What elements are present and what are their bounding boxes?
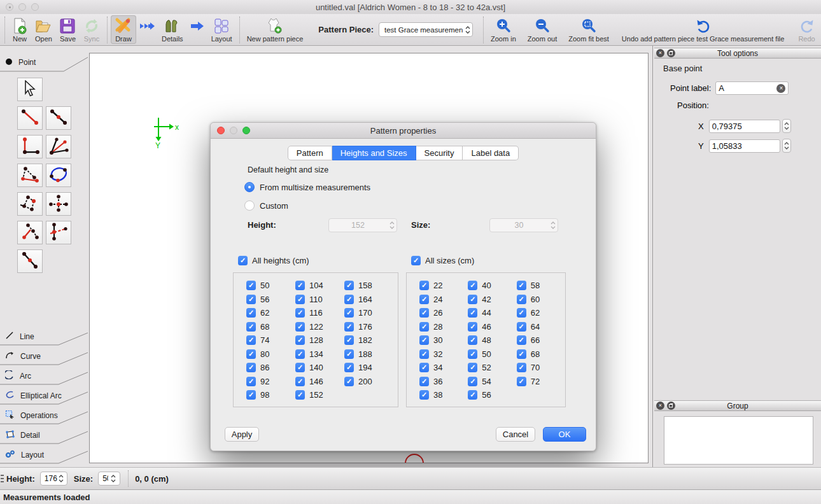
tool-endline-button[interactable] <box>17 106 43 130</box>
tab-pattern[interactable]: Pattern <box>288 146 332 160</box>
height-checkbox[interactable]: ✓ <box>344 363 354 372</box>
size-checkbox[interactable]: ✓ <box>517 363 526 372</box>
y-value-field[interactable]: 1,05833 <box>709 139 780 153</box>
size-checkbox[interactable]: ✓ <box>468 363 477 372</box>
size-checkbox[interactable]: ✓ <box>468 322 477 332</box>
zoom-fit-best-button[interactable]: Zoom fit best <box>565 15 613 44</box>
toolbox-section-point[interactable]: Point <box>0 53 88 73</box>
new-pattern-piece-button[interactable]: New pattern piece <box>243 15 307 44</box>
height-checkbox[interactable]: ✓ <box>246 363 256 372</box>
toolbox-section-curve[interactable]: Curve <box>0 347 88 367</box>
x-value-field[interactable]: 0,79375 <box>709 120 780 133</box>
tool-height-button[interactable] <box>17 221 43 244</box>
tool-midpoint-button[interactable] <box>17 249 43 273</box>
height-checkbox[interactable]: ✓ <box>246 295 256 304</box>
bottom-size-stepper[interactable]: 50 <box>98 472 120 486</box>
save-button[interactable]: Save <box>56 15 80 44</box>
tool-select-button[interactable] <box>17 78 43 101</box>
tab-label-data[interactable]: Label data <box>463 146 519 160</box>
tab-heights-and-sizes[interactable]: Heights and Sizes <box>332 146 416 160</box>
panel-float-icon[interactable] <box>667 402 675 410</box>
size-checkbox[interactable]: ✓ <box>517 322 526 332</box>
apply-button[interactable]: Apply <box>225 427 259 442</box>
size-checkbox[interactable]: ✓ <box>517 281 526 290</box>
dialog-minimize-button[interactable] <box>230 127 237 134</box>
tool-line-intersect-axis-button[interactable] <box>46 221 71 244</box>
height-select[interactable]: 152 <box>328 218 397 232</box>
panel-close-icon[interactable]: × <box>656 402 664 410</box>
size-checkbox[interactable]: ✓ <box>517 295 526 304</box>
size-checkbox[interactable]: ✓ <box>419 390 429 400</box>
size-checkbox[interactable]: ✓ <box>468 335 477 345</box>
size-select[interactable]: 30 <box>489 218 558 232</box>
group-list[interactable] <box>664 416 813 465</box>
size-checkbox[interactable]: ✓ <box>419 377 429 386</box>
point-label-field[interactable]: A × <box>715 81 789 95</box>
radio-from-multisize[interactable] <box>244 182 255 192</box>
tool-point-of-contact-button[interactable] <box>17 192 43 216</box>
size-checkbox[interactable]: ✓ <box>419 335 429 345</box>
size-checkbox[interactable]: ✓ <box>468 295 477 304</box>
height-checkbox[interactable]: ✓ <box>295 335 305 345</box>
dock-divider[interactable] <box>652 46 653 467</box>
size-checkbox[interactable]: ✓ <box>517 377 526 386</box>
size-checkbox[interactable]: ✓ <box>419 349 429 359</box>
tool-intersect-xy-button[interactable] <box>46 192 71 216</box>
height-checkbox[interactable]: ✓ <box>344 308 354 318</box>
dialog-titlebar[interactable]: Pattern properties <box>211 123 596 139</box>
tool-curve-intersect-button[interactable] <box>46 164 71 187</box>
open-button[interactable]: Open <box>31 15 56 44</box>
draw-mode-button[interactable]: Draw <box>111 15 136 44</box>
size-checkbox[interactable]: ✓ <box>468 281 477 290</box>
all-heights-checkbox[interactable]: ✓ <box>238 256 248 265</box>
height-checkbox[interactable]: ✓ <box>295 363 305 372</box>
x-stepper[interactable] <box>782 119 791 133</box>
cancel-button[interactable]: Cancel <box>496 427 535 442</box>
size-checkbox[interactable]: ✓ <box>468 377 477 386</box>
toolbox-section-line[interactable]: Line <box>0 328 88 347</box>
sync-button[interactable]: Sync <box>80 15 104 44</box>
height-checkbox[interactable]: ✓ <box>295 349 305 359</box>
size-checkbox[interactable]: ✓ <box>517 349 526 359</box>
size-checkbox[interactable]: ✓ <box>419 363 429 372</box>
height-checkbox[interactable]: ✓ <box>246 308 256 318</box>
height-checkbox[interactable]: ✓ <box>295 308 305 318</box>
height-checkbox[interactable]: ✓ <box>344 335 354 345</box>
y-stepper[interactable] <box>782 139 791 153</box>
size-checkbox[interactable]: ✓ <box>468 308 477 318</box>
height-checkbox[interactable]: ✓ <box>344 295 354 304</box>
all-sizes-checkbox[interactable]: ✓ <box>411 256 421 265</box>
redo-button[interactable]: Redo <box>794 15 818 44</box>
size-checkbox[interactable]: ✓ <box>419 322 429 332</box>
toolbox-section-layout[interactable]: Layout <box>0 446 88 466</box>
height-checkbox[interactable]: ✓ <box>295 295 305 304</box>
panel-close-icon[interactable]: × <box>656 49 664 57</box>
tool-alongline-button[interactable] <box>46 106 71 130</box>
height-checkbox[interactable]: ✓ <box>295 377 305 386</box>
toolbox-section-arc[interactable]: Arc <box>0 367 88 387</box>
toolbox-section-operations[interactable]: Operations <box>0 407 88 426</box>
height-checkbox[interactable]: ✓ <box>246 322 256 332</box>
dialog-zoom-button[interactable] <box>242 127 250 134</box>
pattern-piece-select[interactable]: test Grace measurement file <box>379 22 473 37</box>
tool-bisector-button[interactable] <box>46 135 71 158</box>
undo-button[interactable]: Undo add pattern piece test Grace measur… <box>618 15 789 44</box>
size-checkbox[interactable]: ✓ <box>468 390 477 400</box>
size-checkbox[interactable]: ✓ <box>468 349 477 359</box>
size-checkbox[interactable]: ✓ <box>517 335 526 345</box>
size-checkbox[interactable]: ✓ <box>419 295 429 304</box>
height-checkbox[interactable]: ✓ <box>295 281 305 290</box>
tab-security[interactable]: Security <box>416 146 463 160</box>
height-checkbox[interactable]: ✓ <box>295 390 305 400</box>
height-checkbox[interactable]: ✓ <box>246 349 256 359</box>
details-mode-button[interactable]: Details <box>158 15 187 44</box>
bottom-height-stepper[interactable]: 176 <box>40 472 67 486</box>
height-checkbox[interactable]: ✓ <box>246 281 256 290</box>
height-checkbox[interactable]: ✓ <box>344 322 354 332</box>
size-checkbox[interactable]: ✓ <box>419 281 429 290</box>
height-checkbox[interactable]: ✓ <box>344 281 354 290</box>
size-checkbox[interactable]: ✓ <box>419 308 429 318</box>
height-checkbox[interactable]: ✓ <box>246 335 256 345</box>
panel-float-icon[interactable] <box>667 49 675 57</box>
height-checkbox[interactable]: ✓ <box>344 377 354 386</box>
